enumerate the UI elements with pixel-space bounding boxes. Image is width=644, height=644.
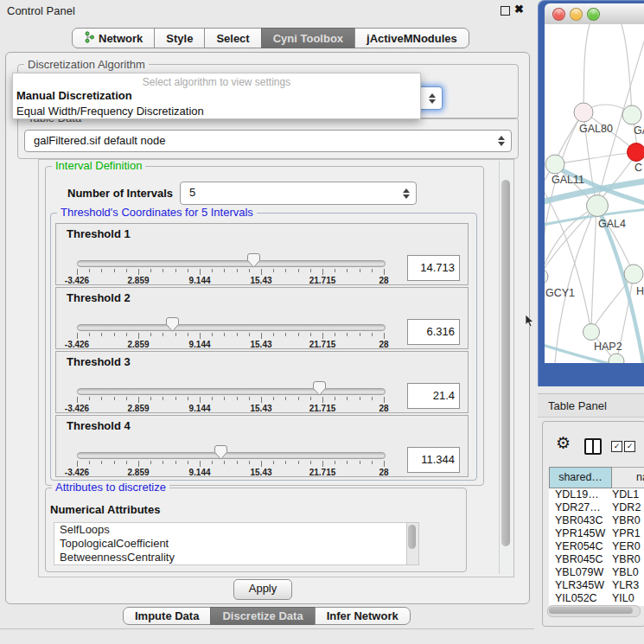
network-node-ga[interactable]: [622, 105, 641, 124]
table-row[interactable]: YIL052CYIL0: [549, 592, 644, 605]
tick-mark: [360, 269, 360, 272]
table-row[interactable]: YDR27…YDR2: [549, 501, 644, 514]
float-window-icon[interactable]: [501, 6, 510, 16]
close-icon[interactable]: ✖: [514, 3, 524, 16]
tick-mark: [188, 333, 188, 336]
tick-mark: [372, 333, 373, 336]
table-row[interactable]: YDL19…YDL1: [549, 488, 644, 501]
number-of-intervals-combobox[interactable]: 5: [180, 182, 417, 205]
slider-thumb[interactable]: [247, 253, 260, 268]
checkbox-icon[interactable]: ✓: [611, 441, 622, 452]
tick-label: 28: [379, 276, 388, 285]
tick-mark: [261, 269, 262, 275]
slider-thumb[interactable]: [214, 445, 227, 460]
slider-thumb[interactable]: [166, 317, 179, 332]
threshold-value-field[interactable]: 14.713: [407, 255, 460, 281]
window-zoom-light[interactable]: [587, 8, 600, 21]
tick-mark: [347, 333, 348, 336]
tick-mark: [89, 269, 90, 272]
network-edges: [545, 24, 644, 363]
slider-thumb[interactable]: [313, 381, 326, 396]
cell-name: YPR1: [612, 527, 641, 539]
cell-name: YLR3: [612, 579, 639, 591]
tick-mark: [273, 461, 274, 464]
node-label: GCY1: [545, 287, 575, 299]
tick-mark: [224, 461, 225, 464]
scrollbar-thumb[interactable]: [501, 180, 510, 546]
tab-label: Infer Network: [327, 609, 399, 622]
column-header-shared-name[interactable]: shared…: [549, 467, 612, 488]
slider-track[interactable]: [77, 452, 386, 459]
tab-network[interactable]: Network: [72, 28, 155, 48]
network-node-gcy1[interactable]: [545, 269, 548, 284]
table-data-combobox[interactable]: galFiltered.sif default node: [24, 130, 512, 152]
table-horizontal-scrollbar[interactable]: [547, 605, 641, 617]
network-node-c[interactable]: [628, 143, 644, 162]
gear-icon[interactable]: ⚙: [556, 435, 571, 451]
table-row[interactable]: YBR043CYBR0: [549, 514, 644, 527]
network-node-gal4[interactable]: [587, 195, 609, 217]
algorithm-option-manual-discretization[interactable]: Manual Discretization: [13, 88, 420, 104]
attribute-item-selfloops[interactable]: SelfLoops: [54, 523, 407, 537]
network-node-gal80[interactable]: [574, 103, 593, 122]
slider-track[interactable]: [77, 260, 386, 267]
tick-mark: [384, 269, 385, 275]
scrollbar-thumb[interactable]: [549, 607, 633, 614]
slider-track[interactable]: [77, 324, 386, 331]
control-panel-bottom-edge: [0, 628, 534, 629]
tab-style[interactable]: Style: [154, 28, 205, 48]
tick-mark: [175, 461, 176, 464]
attribute-item-topologicalcoefficient[interactable]: TopologicalCoefficient: [54, 537, 407, 551]
algorithm-option-equal-width-frequency-discretization[interactable]: Equal Width/Frequency Discretization: [13, 104, 420, 119]
window-minimize-light[interactable]: [570, 8, 583, 21]
table-row[interactable]: YBR045CYBR0: [549, 553, 644, 566]
threshold-panel-threshold-4: Threshold 4-3.4262.8599.14415.4321.71528…: [55, 415, 469, 477]
tab-cyni-toolbox[interactable]: Cyni Toolbox: [261, 28, 355, 48]
threshold-value-field[interactable]: 6.316: [407, 319, 460, 345]
network-graph: GAL80GACGAL11GAL4GCY1HHAP2: [545, 24, 644, 363]
threshold-value-field[interactable]: 11.344: [407, 447, 460, 473]
network-node-hap2[interactable]: [583, 324, 600, 341]
app-root: Control Panel ✖ NetworkStyleSelectCyni T…: [0, 0, 644, 644]
settings-scrollbar[interactable]: [499, 161, 513, 574]
tick-mark: [298, 397, 299, 400]
tick-mark: [150, 333, 151, 336]
slider-track[interactable]: [77, 388, 386, 395]
network-node-h[interactable]: [624, 265, 643, 284]
table-row[interactable]: YLR345WYLR3: [549, 579, 644, 592]
slider-ticks: [77, 269, 384, 276]
tick-mark: [150, 269, 151, 272]
window-close-light[interactable]: [552, 8, 565, 21]
column-header-name[interactable]: na: [612, 467, 644, 488]
tick-mark: [163, 397, 163, 400]
network-node-gal11[interactable]: [545, 155, 564, 174]
tick-mark: [150, 461, 151, 464]
table-row[interactable]: YPR145WYPR1: [549, 527, 644, 540]
attributes-list-scrollbar[interactable]: [406, 522, 419, 565]
tab-infer-network[interactable]: Infer Network: [315, 607, 411, 625]
table-row[interactable]: YER054CYER0: [549, 540, 644, 553]
network-window-titlebar[interactable]: [545, 3, 644, 25]
numerical-attributes-list[interactable]: SelfLoopsTopologicalCoefficientBetweenne…: [54, 522, 408, 565]
tab-impute-data[interactable]: Impute Data: [123, 607, 211, 625]
tab-jactivemnodules[interactable]: jActiveMNodules: [354, 28, 469, 48]
tick-mark: [114, 397, 115, 400]
scrollbar-thumb[interactable]: [408, 525, 416, 549]
checkbox-icon[interactable]: ✓: [624, 441, 635, 452]
columns-icon[interactable]: [584, 438, 602, 455]
tick-mark: [335, 269, 335, 272]
tick-label: 2.859: [127, 340, 149, 349]
tab-label: Style: [166, 32, 193, 45]
tab-discretize-data[interactable]: Discretize Data: [210, 607, 315, 625]
node-label: GA: [634, 124, 644, 137]
tick-mark: [347, 461, 348, 464]
threshold-value-field[interactable]: 21.4: [407, 383, 460, 409]
network-view-canvas[interactable]: GAL80GACGAL11GAL4GCY1HHAP2: [545, 24, 644, 363]
tab-select[interactable]: Select: [204, 28, 261, 48]
attribute-item-betweennesscentrality[interactable]: BetweennessCentrality: [54, 551, 407, 564]
table-row[interactable]: YBL079WYBL0: [549, 566, 644, 579]
apply-button[interactable]: Apply: [233, 579, 292, 600]
tick-mark: [114, 461, 115, 464]
tick-mark: [273, 269, 274, 272]
interval-definition-label: Interval Definition: [52, 160, 145, 171]
